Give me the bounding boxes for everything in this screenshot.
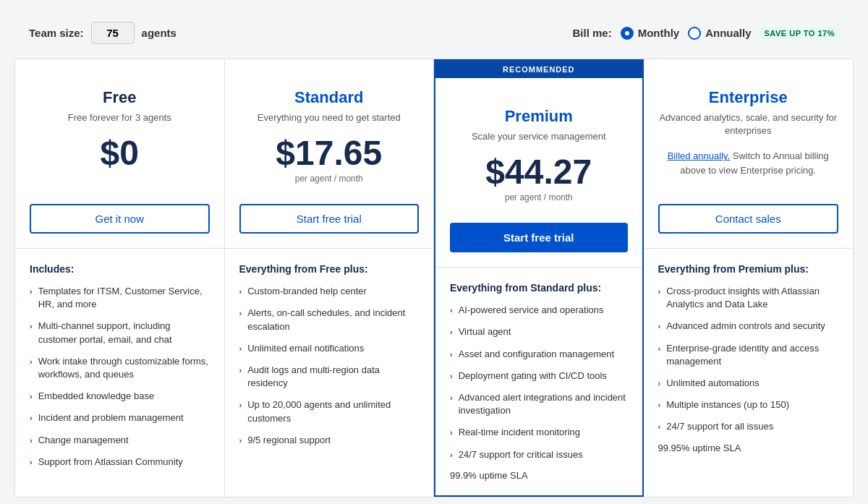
plan-card-premium: RECOMMENDED Premium Scale your service m…	[434, 59, 644, 497]
chevron-icon: ›	[30, 435, 33, 446]
list-item: › AI-powered service and operations	[450, 304, 628, 317]
standard-cta-button[interactable]: Start free trial	[239, 204, 420, 234]
plan-name-premium: Premium	[505, 107, 573, 126]
features-heading-enterprise: Everything from Premium plus:	[658, 263, 839, 275]
list-item: › Change management	[30, 434, 210, 447]
list-item: › Custom-branded help center	[239, 285, 420, 298]
agents-label: agents	[142, 27, 176, 39]
chevron-icon: ›	[30, 413, 33, 424]
list-item: › Up to 20,000 agents and unlimited cust…	[239, 398, 420, 424]
chevron-icon: ›	[450, 371, 453, 382]
save-badge: SAVE UP TO 17%	[760, 27, 839, 39]
chevron-icon: ›	[658, 286, 661, 297]
billed-annually-link[interactable]: Billed annually.	[668, 150, 730, 161]
list-item: › Alerts, on-call schedules, and inciden…	[239, 307, 420, 333]
features-heading-standard: Everything from Free plus:	[239, 263, 420, 275]
plan-action-enterprise: Contact sales	[644, 204, 854, 248]
list-item: › Multi-channel support, including custo…	[30, 320, 210, 346]
recommended-badge: RECOMMENDED	[435, 61, 642, 78]
annually-radio-circle	[688, 27, 701, 40]
plan-price-sub-standard: per agent / month	[295, 174, 363, 184]
plan-features-enterprise: Everything from Premium plus: › Cross-pr…	[644, 249, 854, 497]
team-size-label: Team size:	[29, 27, 84, 39]
chevron-icon: ›	[30, 356, 33, 367]
list-item: › Support from Atlassian Community	[30, 456, 210, 469]
plan-action-premium: Start free trial	[435, 223, 642, 267]
chevron-icon: ›	[30, 286, 33, 297]
enterprise-cta-button[interactable]: Contact sales	[658, 204, 839, 234]
features-heading-free: Includes:	[30, 263, 210, 275]
enterprise-billing-note: Billed annually. Switch to Annual billin…	[658, 149, 839, 177]
enterprise-uptime-note: 99.95% uptime SLA	[658, 443, 839, 453]
plan-name-standard: Standard	[294, 88, 363, 107]
monthly-radio-circle	[621, 27, 634, 40]
list-item: › Cross-product insights with Atlassian …	[658, 285, 839, 311]
chevron-icon: ›	[239, 435, 242, 446]
list-item: › Work intake through customizable forms…	[30, 355, 210, 381]
features-heading-premium: Everything from Standard plus:	[450, 282, 628, 294]
plan-price-sub-premium: per agent / month	[505, 192, 573, 202]
plans-grid: Free Free forever for 3 agents $0 Get it…	[14, 59, 854, 497]
list-item: › Audit logs and multi-region data resid…	[239, 364, 420, 390]
list-item: › Real-time incident monitoring	[450, 426, 628, 439]
plan-price-premium: $44.27	[485, 155, 592, 189]
list-item: › Embedded knowledge base	[30, 390, 210, 403]
bill-me-label: Bill me:	[572, 27, 611, 39]
annually-label: Annually	[705, 27, 751, 39]
plan-header-enterprise: Enterprise Advanced analytics, scale, an…	[644, 59, 854, 204]
team-size-input[interactable]	[91, 22, 135, 44]
list-item: › Advanced admin controls and security	[658, 320, 839, 333]
list-item: › Unlimited email notifications	[239, 342, 420, 355]
annually-radio[interactable]: Annually	[688, 27, 751, 40]
list-item: › Incident and problem management	[30, 411, 210, 424]
chevron-icon: ›	[450, 349, 453, 360]
chevron-icon: ›	[658, 343, 661, 354]
plan-header-standard: Standard Everything you need to get star…	[225, 59, 434, 204]
plan-header-premium: Premium Scale your service management $4…	[435, 78, 642, 223]
plan-header-free: Free Free forever for 3 agents $0	[15, 59, 224, 204]
chevron-icon: ›	[239, 400, 242, 411]
chevron-icon: ›	[450, 393, 453, 403]
free-cta-button[interactable]: Get it now	[30, 204, 210, 234]
plan-action-standard: Start free trial	[225, 204, 434, 248]
chevron-icon: ›	[239, 365, 242, 376]
list-item: › 24/7 support for all issues	[658, 420, 839, 433]
plan-card-standard: Standard Everything you need to get star…	[225, 59, 435, 497]
plan-description-enterprise: Advanced analytics, scale, and security …	[658, 111, 839, 137]
chevron-icon: ›	[658, 378, 661, 389]
plan-name-enterprise: Enterprise	[709, 88, 788, 107]
chevron-icon: ›	[30, 457, 33, 468]
chevron-icon: ›	[450, 327, 453, 338]
chevron-icon: ›	[30, 391, 33, 402]
plan-features-standard: Everything from Free plus: › Custom-bran…	[225, 249, 434, 497]
list-item: › Multiple instances (up to 150)	[658, 398, 839, 411]
chevron-icon: ›	[239, 343, 242, 354]
chevron-icon: ›	[239, 308, 242, 319]
plan-features-free: Includes: › Templates for ITSM, Customer…	[15, 249, 224, 497]
monthly-label: Monthly	[638, 27, 680, 39]
monthly-radio[interactable]: Monthly	[621, 27, 680, 40]
list-item: › 24/7 support for critical issues	[450, 448, 628, 461]
plan-price-standard: $17.65	[276, 136, 382, 171]
list-item: › Advanced alert integrations and incide…	[450, 391, 628, 417]
plan-price-free: $0	[101, 136, 139, 171]
plan-description-standard: Everything you need to get started	[258, 111, 401, 124]
plan-card-free: Free Free forever for 3 agents $0 Get it…	[15, 59, 225, 497]
premium-uptime-note: 99.9% uptime SLA	[450, 470, 628, 481]
bill-me-section: Bill me: Monthly Annually SAVE UP TO 17%	[572, 27, 839, 40]
list-item: › Virtual agent	[450, 325, 628, 338]
premium-cta-button[interactable]: Start free trial	[450, 223, 628, 252]
list-item: › Enterprise-grade identity and access m…	[658, 342, 839, 368]
team-size-section: Team size: agents	[29, 22, 176, 44]
list-item: › Unlimited automations	[658, 377, 839, 390]
plan-card-enterprise: Enterprise Advanced analytics, scale, an…	[644, 59, 854, 497]
list-item: › Templates for ITSM, Customer Service, …	[30, 285, 210, 311]
list-item: › Deployment gating with CI/CD tools	[450, 370, 628, 383]
list-item: › Asset and configuration management	[450, 348, 628, 361]
chevron-icon: ›	[450, 450, 453, 461]
chevron-icon: ›	[450, 305, 453, 316]
plan-description-free: Free forever for 3 agents	[68, 111, 171, 124]
chevron-icon: ›	[658, 400, 661, 411]
top-bar: Team size: agents Bill me: Monthly Annua…	[14, 14, 854, 59]
chevron-icon: ›	[658, 321, 661, 332]
